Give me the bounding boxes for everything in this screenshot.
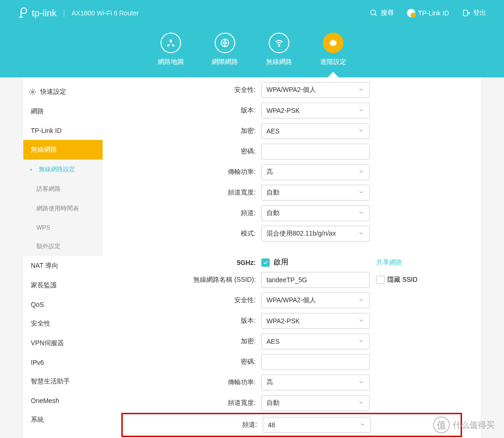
checkbox-enable-5g[interactable] bbox=[261, 258, 270, 267]
product-name: AX1800 Wi-Fi 6 Router bbox=[72, 9, 139, 17]
wifi-icon bbox=[274, 38, 284, 48]
sidebar-sub-schedule[interactable]: 網路使用時間表 bbox=[23, 199, 103, 218]
select-version-5g[interactable]: WPA2-PSK bbox=[261, 313, 370, 329]
watermark-icon: 值 bbox=[433, 417, 450, 433]
chevron-down-icon bbox=[358, 209, 364, 217]
select-mode-24[interactable]: 混合使用802.11b/g/n/ax bbox=[261, 226, 370, 242]
chevron-down-icon bbox=[358, 317, 364, 325]
select-chanwidth-24[interactable]: 自動 bbox=[261, 185, 370, 201]
brand-name: tp-link bbox=[32, 8, 56, 19]
chevron-down-icon bbox=[359, 421, 366, 429]
label-password-24: 密碼: bbox=[121, 147, 261, 156]
chevron-down-icon bbox=[358, 230, 364, 238]
chevron-down-icon bbox=[358, 379, 364, 387]
highlighted-channel-row: 頻道: 48 bbox=[121, 413, 462, 437]
label-txpower-5g: 傳輸功率: bbox=[121, 378, 261, 387]
main-tabs: 網路地圖 網際網路 無線網路 進階設定 bbox=[0, 26, 504, 77]
chevron-down-icon bbox=[358, 189, 364, 197]
search-icon bbox=[370, 9, 378, 17]
chevron-down-icon bbox=[358, 168, 364, 176]
sidebar-item-onemesh[interactable]: OneMesh bbox=[23, 391, 103, 410]
sidebar-item-quick-setup[interactable]: 快速設定 bbox=[23, 82, 103, 102]
sidebar-item-security[interactable]: 安全性 bbox=[23, 314, 103, 334]
checkbox-hide-ssid-5g[interactable] bbox=[376, 276, 385, 284]
sidebar: 快速設定 網路 TP-Link ID 無線網路 無線網路設定 訪客網路 網路使用… bbox=[23, 77, 103, 438]
sidebar-item-ipv6[interactable]: IPv6 bbox=[23, 353, 103, 372]
brand-logo: tp-link bbox=[18, 7, 56, 19]
network-map-icon bbox=[166, 38, 176, 48]
chevron-down-icon bbox=[358, 399, 364, 407]
input-ssid-5g[interactable]: tandeeTP_5G bbox=[261, 272, 370, 288]
search-button[interactable]: 搜尋 bbox=[370, 9, 394, 17]
label-encryption-24: 加密: bbox=[121, 127, 261, 135]
watermark: 值 什么值得买 bbox=[433, 417, 495, 433]
input-password-24[interactable] bbox=[261, 144, 370, 160]
chevron-down-icon bbox=[358, 297, 364, 305]
logout-button[interactable]: 登出 bbox=[462, 9, 486, 17]
tplink-logo-icon bbox=[18, 7, 29, 19]
label-5ghz: 5GHz: bbox=[121, 259, 261, 266]
label-security-5g: 安全性: bbox=[121, 296, 261, 305]
gear-icon bbox=[328, 38, 338, 48]
sidebar-item-nat[interactable]: NAT 導向 bbox=[23, 256, 103, 276]
content-panel: 安全性: WPA/WPA2-個人 版本: WPA2-PSK 加密: AES 密碼… bbox=[103, 77, 481, 438]
label-chanwidth-5g: 頻道寬度: bbox=[121, 399, 261, 407]
hide-ssid-label: 隱藏 SSID bbox=[387, 276, 418, 284]
label-channel-5g: 頻道: bbox=[123, 421, 263, 429]
enable-label: 啟用 bbox=[273, 257, 288, 267]
input-password-5g[interactable] bbox=[261, 354, 370, 370]
tab-wireless[interactable]: 無線網路 bbox=[266, 33, 292, 66]
gear-icon bbox=[29, 88, 36, 96]
share-network-link[interactable]: 共享網路 bbox=[376, 258, 402, 267]
tab-internet[interactable]: 網際網路 bbox=[212, 33, 238, 66]
label-password-5g: 密碼: bbox=[121, 358, 261, 366]
label-security-24: 安全性: bbox=[121, 86, 261, 94]
watermark-text: 什么值得买 bbox=[453, 419, 495, 431]
sidebar-sub-wps[interactable]: WPS bbox=[23, 218, 103, 236]
svg-point-0 bbox=[21, 8, 27, 14]
select-channel-24[interactable]: 自動 bbox=[261, 205, 370, 221]
select-txpower-24[interactable]: 高 bbox=[261, 164, 370, 180]
sidebar-item-tplink-id[interactable]: TP-Link ID bbox=[23, 121, 103, 140]
tab-advanced[interactable]: 進階設定 bbox=[320, 33, 346, 66]
select-encryption-24[interactable]: AES bbox=[261, 123, 370, 139]
logout-icon bbox=[462, 9, 470, 17]
sidebar-item-vpn[interactable]: VPN伺服器 bbox=[23, 334, 103, 353]
sidebar-item-system[interactable]: 系統 bbox=[23, 410, 103, 430]
svg-point-8 bbox=[32, 91, 34, 93]
select-security-5g[interactable]: WPA/WPA2-個人 bbox=[261, 292, 370, 308]
sidebar-item-smart[interactable]: 智慧生活助手 bbox=[23, 372, 103, 391]
tplink-id-icon bbox=[407, 9, 415, 17]
chevron-down-icon bbox=[358, 107, 364, 115]
sidebar-item-wireless[interactable]: 無線網路 bbox=[23, 140, 103, 160]
select-channel-5g[interactable]: 48 bbox=[263, 417, 371, 433]
label-mode-24: 模式: bbox=[121, 229, 261, 238]
select-encryption-5g[interactable]: AES bbox=[261, 334, 370, 349]
svg-point-7 bbox=[279, 46, 280, 47]
sidebar-sub-extra[interactable]: 額外設定 bbox=[23, 236, 103, 256]
sidebar-sub-wireless-settings[interactable]: 無線網路設定 bbox=[23, 160, 103, 179]
label-chanwidth-24: 頻道寬度: bbox=[121, 188, 261, 197]
svg-point-3 bbox=[169, 40, 172, 42]
sidebar-item-network[interactable]: 網路 bbox=[23, 102, 103, 121]
chevron-down-icon bbox=[358, 86, 364, 94]
sidebar-item-qos[interactable]: QoS bbox=[23, 295, 103, 314]
tplink-id-button[interactable]: TP-Link ID bbox=[407, 9, 449, 17]
label-ssid-5g: 無線網路名稱 (SSID): bbox=[121, 276, 261, 284]
sidebar-item-parental[interactable]: 家長監護 bbox=[23, 276, 103, 295]
divider: | bbox=[63, 9, 65, 17]
label-version-5g: 版本: bbox=[121, 317, 261, 325]
label-channel-24: 頻道: bbox=[121, 209, 261, 217]
select-chanwidth-5g[interactable]: 自動 bbox=[261, 395, 370, 411]
select-version-24[interactable]: WPA2-PSK bbox=[261, 103, 370, 118]
sidebar-sub-guest-network[interactable]: 訪客網路 bbox=[23, 179, 103, 199]
svg-point-1 bbox=[371, 10, 376, 15]
topbar: tp-link | AX1800 Wi-Fi 6 Router 搜尋 TP-Li… bbox=[0, 0, 504, 26]
select-security-24[interactable]: WPA/WPA2-個人 bbox=[261, 82, 370, 98]
select-txpower-5g[interactable]: 高 bbox=[261, 375, 370, 390]
label-txpower-24: 傳輸功率: bbox=[121, 168, 261, 176]
chevron-down-icon bbox=[358, 338, 364, 346]
label-version-24: 版本: bbox=[121, 106, 261, 115]
globe-icon bbox=[220, 38, 230, 48]
tab-network-map[interactable]: 網路地圖 bbox=[158, 33, 184, 66]
